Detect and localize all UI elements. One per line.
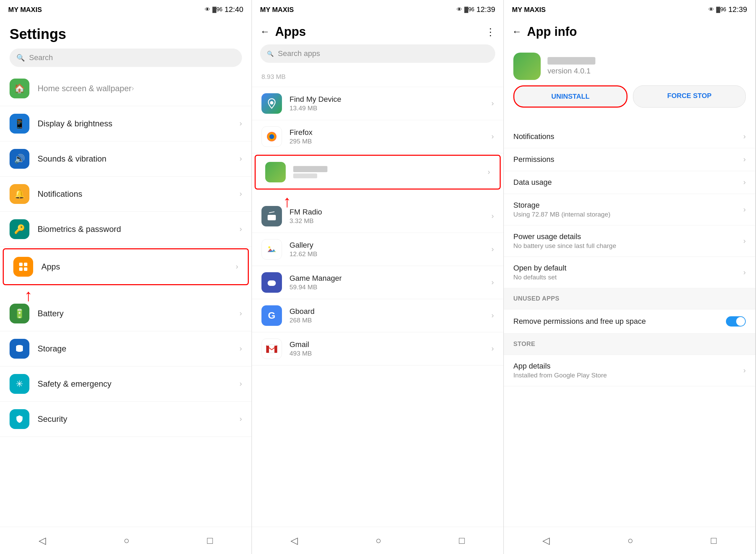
settings-item-notifications[interactable]: 🔔 Notifications › xyxy=(0,177,252,212)
info-permissions[interactable]: Permissions › xyxy=(504,148,755,171)
chevron-info-notifications: › xyxy=(743,132,746,141)
search-placeholder: Search xyxy=(29,53,53,62)
info-power-usage-content: Power usage details No battery use since… xyxy=(513,232,743,250)
section-unused-apps: UNUSED APPS xyxy=(504,288,755,309)
app-gboard[interactable]: G Gboard 268 MB › xyxy=(252,299,503,332)
info-storage-sub: Using 72.87 MB (internal storage) xyxy=(513,211,743,218)
info-app-details[interactable]: App details Installed from Google Play S… xyxy=(504,355,755,386)
app-fm-radio[interactable]: FM Radio 3.32 MB › xyxy=(252,200,503,233)
game-manager-info: Game Manager 59.94 MB xyxy=(289,274,491,291)
chevron-gboard: › xyxy=(491,311,494,320)
toggle-remove-permissions[interactable] xyxy=(726,316,746,327)
apps-label: Apps xyxy=(41,262,236,272)
chevron-info-app-details: › xyxy=(743,366,746,375)
settings-item-display[interactable]: 📱 Display & brightness › xyxy=(0,106,252,141)
apps-title: Apps xyxy=(275,25,480,39)
app-info-title: App info xyxy=(527,25,747,39)
carrier-2: MY MAXIS xyxy=(260,6,294,14)
force-stop-button[interactable]: FORCE STOP xyxy=(633,85,746,108)
info-power-usage-sub: No battery use since last full charge xyxy=(513,242,743,250)
partial-top-item: 8.93 MB xyxy=(252,67,503,87)
home-nav-2[interactable]: ○ xyxy=(376,535,381,546)
search-icon: 🔍 xyxy=(16,54,25,62)
display-icon: 📱 xyxy=(10,114,29,134)
info-list: Notifications › Permissions › Data usage… xyxy=(504,125,755,527)
status-bar-1: MY MAXIS 👁 ▓96 12:40 xyxy=(0,0,252,19)
settings-item-safety[interactable]: ✳ Safety & emergency › xyxy=(0,366,252,402)
home-nav-3[interactable]: ○ xyxy=(627,535,633,546)
svg-rect-19 xyxy=(266,346,269,353)
chevron-fm-radio: › xyxy=(491,212,494,221)
svg-rect-3 xyxy=(24,267,27,271)
info-power-usage[interactable]: Power usage details No battery use since… xyxy=(504,225,755,257)
gmail-icon xyxy=(261,338,282,359)
info-data-usage[interactable]: Data usage › xyxy=(504,171,755,194)
settings-list: 🏠 Home screen & wallpaper › 📱 Display & … xyxy=(0,71,252,527)
carrier-1: MY MAXIS xyxy=(8,6,42,14)
app-big-icon xyxy=(513,53,541,80)
battery-icon: ▓96 xyxy=(212,6,222,13)
svg-point-11 xyxy=(267,245,276,254)
app-firefox[interactable]: Firefox 295 MB › xyxy=(252,120,503,153)
uninstall-button[interactable]: UNINSTALL xyxy=(513,85,627,108)
status-bar-3: MY MAXIS 👁 ▓96 12:39 xyxy=(504,0,755,19)
home-nav-1[interactable]: ○ xyxy=(124,535,130,546)
gallery-info: Gallery 12.62 MB xyxy=(289,241,491,258)
settings-item-home[interactable]: 🏠 Home screen & wallpaper › xyxy=(0,71,252,106)
info-storage[interactable]: Storage Using 72.87 MB (internal storage… xyxy=(504,194,755,225)
battery-label: Battery xyxy=(38,309,240,318)
info-open-default[interactable]: Open by default No defaults set › xyxy=(504,257,755,288)
svg-point-7 xyxy=(269,134,274,139)
back-button-app-info[interactable]: ← xyxy=(512,26,522,37)
eye-icon-3: 👁 xyxy=(708,6,714,13)
back-nav-1[interactable]: ◁ xyxy=(39,535,46,546)
settings-item-security[interactable]: Security › xyxy=(0,402,252,437)
biometrics-icon: 🔑 xyxy=(10,219,29,239)
chevron-notifications: › xyxy=(240,190,242,198)
recents-nav-2[interactable]: □ xyxy=(459,535,465,546)
app-gmail[interactable]: Gmail 493 MB › xyxy=(252,332,503,365)
storage-label: Storage xyxy=(38,344,240,354)
find-device-name: Find My Device xyxy=(289,95,491,104)
app-blurred[interactable]: › ↑ xyxy=(255,155,501,190)
apps-search-bar[interactable]: 🔍 Search apps xyxy=(260,44,495,63)
firefox-icon xyxy=(261,126,282,147)
recents-nav-3[interactable]: □ xyxy=(711,535,717,546)
nav-bar-3: ◁ ○ □ xyxy=(504,527,755,554)
search-bar[interactable]: 🔍 Search xyxy=(10,49,242,67)
notifications-label: Notifications xyxy=(38,189,240,199)
chevron-storage: › xyxy=(240,344,242,353)
apps-search-placeholder: Search apps xyxy=(278,49,320,58)
eye-icon-2: 👁 xyxy=(457,6,462,13)
info-notifications[interactable]: Notifications › xyxy=(504,125,755,148)
settings-item-biometrics[interactable]: 🔑 Biometrics & password › xyxy=(0,212,252,247)
settings-item-sounds[interactable]: 🔊 Sounds & vibration › xyxy=(0,141,252,177)
section-unused-label: UNUSED APPS xyxy=(513,295,746,302)
svg-point-17 xyxy=(274,283,275,284)
biometrics-label: Biometrics & password xyxy=(38,224,240,234)
svg-point-12 xyxy=(268,246,270,248)
settings-item-storage[interactable]: Storage › xyxy=(0,331,252,366)
game-manager-size: 59.94 MB xyxy=(289,283,491,291)
app-game-manager[interactable]: Game Manager 59.94 MB › xyxy=(252,266,503,299)
panel-settings: MY MAXIS 👁 ▓96 12:40 Settings 🔍 Search 🏠… xyxy=(0,0,252,554)
info-remove-permissions[interactable]: Remove permissions and free up space xyxy=(504,309,755,334)
info-permissions-title: Permissions xyxy=(513,155,743,164)
app-gallery[interactable]: Gallery 12.62 MB › xyxy=(252,233,503,266)
back-nav-2[interactable]: ◁ xyxy=(291,535,298,546)
chevron-info-data-usage: › xyxy=(743,178,746,187)
app-find-device[interactable]: Find My Device 13.49 MB › xyxy=(252,87,503,120)
back-nav-3[interactable]: ◁ xyxy=(542,535,550,546)
gmail-info: Gmail 493 MB xyxy=(289,340,491,357)
chevron-apps: › xyxy=(236,262,238,271)
settings-item-battery[interactable]: 🔋 Battery › xyxy=(0,296,252,331)
settings-item-apps[interactable]: Apps › ↑ xyxy=(3,248,249,285)
more-button-apps[interactable]: ⋮ xyxy=(486,26,495,38)
panel-app-info: MY MAXIS 👁 ▓96 12:39 ← App info version … xyxy=(504,0,756,554)
back-button-apps[interactable]: ← xyxy=(260,26,270,37)
app-big-header: version 4.0.1 xyxy=(504,44,755,85)
recents-nav-1[interactable]: □ xyxy=(207,535,213,546)
chevron-info-permissions: › xyxy=(743,155,746,164)
status-icons-2: 👁 ▓96 12:39 xyxy=(457,5,495,14)
find-device-info: Find My Device 13.49 MB xyxy=(289,95,491,112)
